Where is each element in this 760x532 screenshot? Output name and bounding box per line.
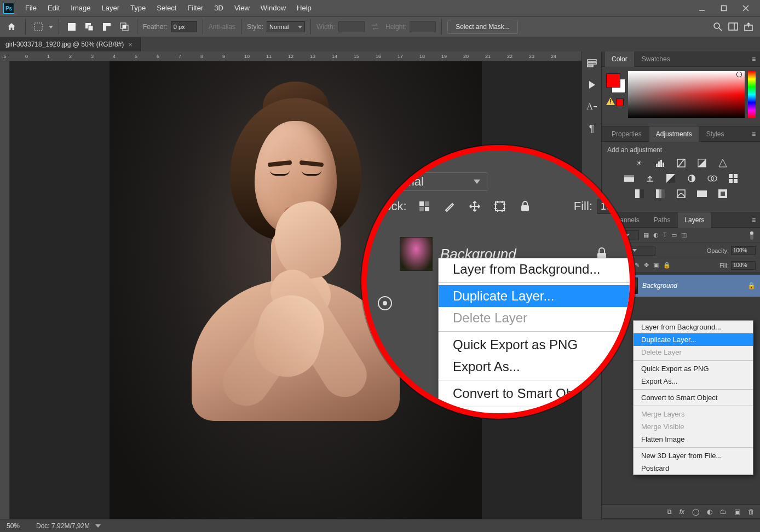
layer-mask-icon[interactable]: ◯: [692, 508, 699, 516]
doc-size[interactable]: Doc: 7,92M/7,92M: [36, 522, 90, 530]
zoom-level[interactable]: 50%: [7, 522, 20, 530]
menu-view[interactable]: View: [229, 0, 255, 16]
menu-layer[interactable]: Layer: [96, 0, 125, 16]
filter-adjust-icon[interactable]: ◐: [653, 232, 659, 239]
tab-properties[interactable]: Properties: [605, 126, 648, 142]
filter-toggle[interactable]: [748, 230, 756, 240]
intersect-selection-icon[interactable]: [117, 20, 131, 34]
window-maximize-button[interactable]: [713, 2, 735, 15]
tab-styles[interactable]: Styles: [700, 126, 731, 142]
document-tab[interactable]: girl-3033718_1920.jpg @ 50% (RGB/8#) ×: [0, 37, 141, 51]
zoom-lock-move-icon[interactable]: [467, 199, 482, 214]
bw-icon[interactable]: [665, 174, 676, 183]
home-button[interactable]: [3, 19, 20, 35]
menu-window[interactable]: Window: [255, 0, 291, 16]
lock-pixels-icon[interactable]: ✎: [635, 262, 640, 269]
zoom-lock-artboard-icon[interactable]: [492, 199, 508, 214]
gamut-warning-icon[interactable]: [606, 97, 615, 105]
layers-panel-menu-icon[interactable]: ≡: [747, 216, 760, 224]
zctx-quick-export[interactable]: Quick Export as PNG: [439, 334, 635, 356]
workspace-switch-icon[interactable]: [728, 22, 738, 31]
tool-dropdown-icon[interactable]: [49, 25, 53, 29]
new-group-icon[interactable]: 🗀: [720, 508, 727, 516]
menu-type[interactable]: Type: [125, 0, 151, 16]
gamut-swatch[interactable]: [616, 99, 624, 106]
ctx-quick-export-png[interactable]: Quick Export as PNG: [634, 362, 753, 375]
ctx-flatten[interactable]: Flatten Image: [634, 433, 753, 446]
fg-bg-swatches[interactable]: [606, 70, 625, 122]
marquee-tool-icon[interactable]: [31, 20, 45, 34]
exposure-icon[interactable]: [696, 158, 707, 168]
menu-help[interactable]: Help: [291, 0, 317, 16]
color-lookup-icon[interactable]: [728, 174, 739, 183]
new-layer-icon[interactable]: ▣: [734, 508, 740, 516]
zctx-layer-from-bg[interactable]: Layer from Background...: [439, 258, 635, 280]
filter-shape-icon[interactable]: ▭: [671, 232, 677, 239]
menu-image[interactable]: Image: [65, 0, 96, 16]
hue-strip[interactable]: [748, 71, 756, 118]
menu-file[interactable]: File: [20, 0, 42, 16]
zoom-layer-thumbnail[interactable]: [400, 237, 433, 271]
filter-type-icon[interactable]: T: [663, 232, 667, 239]
ctx-3d-layer[interactable]: New 3D Layer from File...: [634, 449, 753, 462]
photo-filter-icon[interactable]: [686, 174, 697, 183]
zctx-duplicate-layer[interactable]: Duplicate Layer...: [439, 285, 635, 307]
gradient-map-icon[interactable]: [696, 189, 707, 199]
select-and-mask-button[interactable]: Select and Mask...: [447, 20, 518, 34]
ctx-postcard[interactable]: Postcard: [634, 462, 753, 475]
menu-select[interactable]: Select: [151, 0, 182, 16]
new-selection-icon[interactable]: [65, 20, 79, 34]
feather-input[interactable]: [171, 21, 197, 32]
foreground-swatch[interactable]: [606, 73, 620, 88]
color-panel-menu-icon[interactable]: ≡: [747, 55, 760, 63]
menu-edit[interactable]: Edit: [42, 0, 65, 16]
lock-artboard-icon[interactable]: ▣: [653, 262, 659, 269]
brightness-icon[interactable]: ☀: [634, 158, 645, 168]
threshold-icon[interactable]: [676, 189, 687, 199]
tab-layers[interactable]: Layers: [678, 212, 711, 228]
window-close-button[interactable]: [735, 2, 757, 15]
ctx-duplicate-layer[interactable]: Duplicate Layer...: [634, 333, 753, 346]
ctx-export-as[interactable]: Export As...: [634, 375, 753, 388]
zoom-lock-brush-icon[interactable]: [442, 199, 457, 214]
tab-adjustments[interactable]: Adjustments: [649, 126, 699, 142]
adjustments-panel-menu-icon[interactable]: ≡: [747, 130, 760, 138]
tab-color[interactable]: Color: [605, 51, 634, 67]
menu-3d[interactable]: 3D: [209, 0, 229, 16]
menu-filter[interactable]: Filter: [182, 0, 209, 16]
layer-lock-icon[interactable]: 🔒: [747, 282, 756, 290]
hue-icon[interactable]: [624, 174, 635, 183]
levels-icon[interactable]: [655, 158, 666, 168]
link-layers-icon[interactable]: ⧉: [667, 508, 672, 516]
search-icon[interactable]: [713, 22, 723, 32]
layer-name[interactable]: Background: [642, 282, 677, 290]
fill-input[interactable]: [731, 261, 756, 270]
paragraph-panel-icon[interactable]: ¶: [586, 123, 598, 135]
lock-position-icon[interactable]: ✥: [644, 262, 649, 269]
posterize-icon[interactable]: [655, 189, 666, 199]
ctx-layer-from-bg[interactable]: Layer from Background...: [634, 321, 753, 333]
tab-swatches[interactable]: Swatches: [635, 51, 677, 67]
channel-mixer-icon[interactable]: [707, 174, 718, 183]
share-icon[interactable]: [744, 22, 753, 32]
filter-smart-icon[interactable]: ◫: [681, 232, 687, 239]
curves-icon[interactable]: [676, 158, 687, 168]
status-menu-icon[interactable]: [95, 524, 101, 528]
lock-all-icon[interactable]: 🔒: [663, 262, 671, 269]
actions-panel-icon[interactable]: [586, 79, 598, 91]
add-selection-icon[interactable]: [82, 20, 96, 34]
window-minimize-button[interactable]: [691, 2, 713, 15]
layer-fx-icon[interactable]: fx: [680, 508, 684, 516]
zoom-visibility-icon[interactable]: [378, 296, 392, 310]
delete-layer-icon[interactable]: 🗑: [748, 508, 755, 516]
color-balance-icon[interactable]: [644, 174, 655, 183]
vibrance-icon[interactable]: [717, 158, 728, 168]
character-panel-icon[interactable]: A: [586, 101, 598, 113]
color-spectrum[interactable]: [628, 71, 745, 118]
tab-paths[interactable]: Paths: [647, 212, 677, 228]
filter-pixel-icon[interactable]: ▦: [643, 232, 649, 239]
style-select[interactable]: Normal: [267, 21, 305, 32]
invert-icon[interactable]: [634, 189, 645, 199]
zoom-lock-transparency-icon[interactable]: [417, 199, 432, 214]
history-panel-icon[interactable]: [586, 57, 598, 69]
